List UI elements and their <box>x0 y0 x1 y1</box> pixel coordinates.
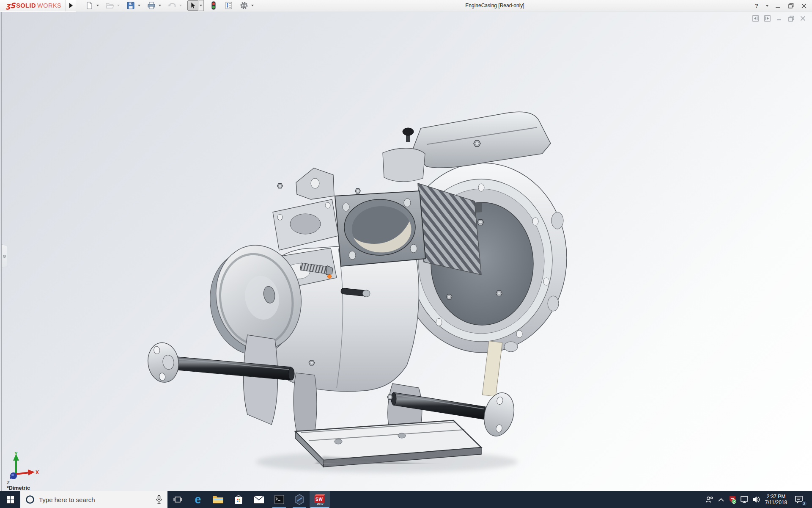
window-controls: ? <box>752 0 809 11</box>
taskbar-item-mail[interactable] <box>249 491 269 508</box>
print-dropdown[interactable] <box>157 0 162 11</box>
undo-icon <box>167 1 177 10</box>
task-view-icon <box>173 495 182 504</box>
file-explorer-icon <box>213 495 224 504</box>
people-icon <box>705 495 713 504</box>
help-button[interactable]: ? <box>752 1 761 11</box>
new-document-button[interactable] <box>84 0 95 11</box>
select-tool-dropdown[interactable] <box>198 0 204 11</box>
triad-z-label: Z <box>7 480 10 485</box>
tray-action-center-button[interactable]: 3 <box>790 491 808 508</box>
triad-y-label: Y <box>14 451 18 457</box>
show-right-pane-button[interactable] <box>764 15 771 22</box>
minimize-icon <box>775 3 780 8</box>
search-input[interactable] <box>39 491 149 508</box>
left-pane-icon <box>752 15 759 22</box>
options-dropdown[interactable] <box>250 0 255 11</box>
traffic-light-icon <box>210 1 217 10</box>
show-left-pane-button[interactable] <box>752 15 759 22</box>
solidworks-logo-mark: ʒS <box>6 1 15 10</box>
select-tool-button[interactable] <box>187 0 198 11</box>
chevron-up-icon <box>718 498 724 502</box>
document-window-controls <box>752 15 806 22</box>
edge-glyph: e <box>195 493 201 506</box>
start-button[interactable] <box>0 491 20 508</box>
tray-clock[interactable]: 2:37 PM 7/11/2018 <box>762 491 790 508</box>
taskbar-item-task-view[interactable] <box>167 491 188 508</box>
restore-button[interactable] <box>786 1 796 11</box>
feature-manager-collapsed-tab[interactable] <box>2 244 7 268</box>
windows-logo-icon <box>7 496 14 503</box>
restore-document-button[interactable] <box>788 15 794 22</box>
selection-point-marker <box>328 275 332 279</box>
select-cursor-icon <box>189 1 197 10</box>
solidworks-logo-works: WORKS <box>37 2 61 9</box>
open-document-button[interactable] <box>104 0 115 11</box>
graphics-area[interactable]: Y X Z *Dimetric <box>0 12 812 491</box>
undo-dropdown[interactable] <box>178 0 183 11</box>
volume-icon <box>752 496 760 503</box>
print-button[interactable] <box>146 0 157 11</box>
close-document-icon <box>800 16 806 21</box>
document-window-left-border <box>1 12 2 491</box>
taskbar-item-command-prompt[interactable] <box>269 491 289 508</box>
help-label: ? <box>755 3 758 9</box>
close-button[interactable] <box>799 1 809 11</box>
notification-badge: 3 <box>801 500 807 507</box>
solidworks-cube-year: 2017 <box>315 502 325 505</box>
taskbar-item-app-hexagon[interactable] <box>289 491 310 508</box>
save-icon <box>126 1 135 10</box>
quick-access-toolbar <box>84 0 258 11</box>
open-document-icon <box>105 1 115 10</box>
new-document-dropdown[interactable] <box>95 0 100 11</box>
solidworks-cube-face: SW <box>314 496 324 503</box>
design-library-icon <box>225 1 233 10</box>
taskbar-item-edge[interactable]: e <box>188 491 208 508</box>
flyout-arrow-icon <box>69 3 73 8</box>
taskbar-item-store[interactable] <box>228 491 249 508</box>
edge-icon: e <box>192 493 204 506</box>
save-dropdown[interactable] <box>136 0 142 11</box>
taskbar-item-file-explorer[interactable] <box>208 491 228 508</box>
save-button[interactable] <box>125 0 136 11</box>
print-icon <box>147 1 156 10</box>
show-desktop-button[interactable] <box>808 491 811 508</box>
close-icon <box>801 3 807 8</box>
windows-taskbar: e <box>0 491 812 508</box>
undo-button[interactable] <box>167 0 178 11</box>
solidworks-logo: ʒS SOLID WORKS <box>0 0 66 11</box>
taskbar-search[interactable] <box>20 491 167 508</box>
interference-lights-button[interactable] <box>208 0 219 11</box>
help-dropdown[interactable] <box>765 1 769 11</box>
minimize-document-button[interactable] <box>776 15 782 22</box>
solidworks-status-icon <box>728 495 737 504</box>
design-library-button[interactable] <box>223 0 234 11</box>
tray-volume-button[interactable] <box>750 491 762 508</box>
new-document-icon <box>85 1 93 10</box>
open-document-dropdown[interactable] <box>115 0 121 11</box>
tray-solidworks-status[interactable] <box>727 491 738 508</box>
engine-casing-model <box>0 12 812 491</box>
right-pane-icon <box>764 15 771 22</box>
tray-hidden-icons-button[interactable] <box>716 491 727 508</box>
restore-icon <box>788 3 794 8</box>
tray-time: 2:37 PM <box>765 494 787 500</box>
store-icon <box>233 494 244 505</box>
menu-flyout-button[interactable] <box>66 0 76 11</box>
taskbar-item-solidworks-2017[interactable]: SW 2017 <box>310 491 330 508</box>
minimize-button[interactable] <box>773 1 782 11</box>
titlebar: ʒS SOLID WORKS <box>0 0 812 11</box>
options-button[interactable] <box>239 0 250 11</box>
tray-people-button[interactable] <box>703 491 716 508</box>
microphone-icon[interactable] <box>155 495 163 504</box>
system-tray: 2:37 PM 7/11/2018 3 <box>703 491 811 508</box>
restore-document-icon <box>788 16 794 22</box>
close-document-button[interactable] <box>800 15 806 22</box>
solidworks-app-icon: SW 2017 <box>314 494 325 505</box>
tray-network-button[interactable] <box>738 491 750 508</box>
tray-date: 7/11/2018 <box>765 500 787 505</box>
command-prompt-icon <box>274 495 284 504</box>
tab-handle-dot <box>3 255 6 258</box>
network-icon <box>740 496 749 503</box>
view-orientation-label: *Dimetric <box>7 485 30 491</box>
